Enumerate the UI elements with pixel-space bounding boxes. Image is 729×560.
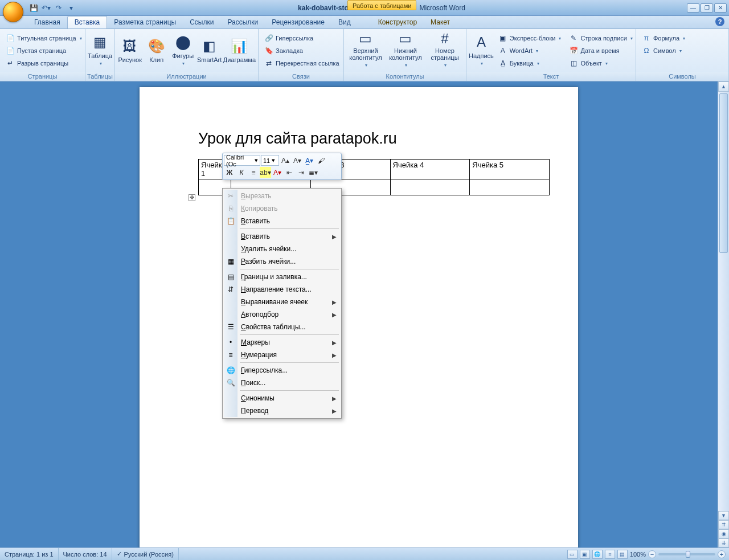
textbox-button[interactable]: AНадпись [469, 31, 494, 69]
context-menu-item[interactable]: Синонимы▶ [224, 392, 340, 404]
italic-icon[interactable]: К [236, 167, 247, 178]
close-button[interactable]: ✕ [714, 3, 727, 13]
status-lang[interactable]: ✓Русский (Россия) [112, 548, 179, 560]
dropcap-button[interactable]: A̲Буквица [496, 58, 564, 69]
office-orb-button[interactable] [3, 2, 24, 23]
status-words[interactable]: Число слов: 14 [59, 548, 112, 560]
table-button[interactable]: ▦Таблица [88, 31, 112, 69]
document-page[interactable]: Урок для сайта paratapok.ru ✥ Ячейка 1 Я… [140, 87, 578, 547]
align-center-icon[interactable]: ≡ [248, 167, 259, 178]
help-icon[interactable]: ? [715, 17, 724, 26]
zoom-level[interactable]: 100% [630, 551, 646, 558]
symbol-button[interactable]: ΩСимвол [640, 45, 687, 56]
decrease-indent-icon[interactable]: ⇤ [284, 167, 295, 178]
datetime-button[interactable]: 📅Дата и время [567, 45, 634, 56]
highlight-icon[interactable]: ab▾ [260, 167, 271, 178]
scroll-down-button[interactable]: ▼ [718, 511, 729, 520]
context-menu-item[interactable]: 🔍Поиск... [224, 377, 340, 389]
format-painter-icon[interactable]: 🖌 [316, 155, 327, 166]
context-menu-item[interactable]: ☰Свойства таблицы... [224, 321, 340, 333]
context-menu-item[interactable]: Перевод▶ [224, 404, 340, 417]
tab-review[interactable]: Рецензирование [265, 17, 331, 28]
fullscreen-view[interactable]: ▣ [580, 550, 590, 559]
font-color-icon[interactable]: A▾ [272, 167, 283, 178]
context-menu-item: ✂Вырезать [224, 190, 340, 202]
wordart-button[interactable]: AWordArt [496, 45, 564, 56]
qat-more-icon[interactable]: ▾ [66, 3, 76, 13]
redo-icon[interactable]: ↷ [54, 3, 64, 13]
zoom-thumb[interactable] [686, 551, 690, 558]
styles-icon[interactable]: A̲▾ [304, 155, 315, 166]
signature-button[interactable]: ✎Строка подписи [567, 32, 634, 44]
zoom-slider[interactable] [658, 553, 715, 555]
vertical-scrollbar[interactable]: ▲ ▼ ⇈ ◉ ⇊ [718, 81, 729, 547]
shapes-button[interactable]: ⬤Фигуры [170, 31, 195, 69]
context-menu-item[interactable]: Автоподбор▶ [224, 308, 340, 321]
header-button[interactable]: ▭Верхний колонтитул [346, 31, 385, 69]
maximize-button[interactable]: ❐ [701, 3, 713, 13]
font-size-combo[interactable]: 11 ▾ [261, 155, 279, 166]
tab-page-layout[interactable]: Разметка страницы [107, 17, 183, 28]
print-layout-view[interactable]: ▭ [567, 550, 578, 559]
page-title: Урок для сайта paratapok.ru [198, 130, 519, 148]
table-cell[interactable]: Ячейка 4 [390, 160, 470, 179]
crossref-button[interactable]: ⇄Перекрестная ссылка [262, 58, 342, 69]
bold-icon[interactable]: Ж [224, 167, 235, 178]
status-page[interactable]: Страница: 1 из 1 [0, 548, 59, 560]
next-page-button[interactable]: ⇊ [718, 538, 729, 547]
bookmark-button[interactable]: 🔖Закладка [262, 45, 342, 56]
hyperlink-button[interactable]: 🔗Гиперссылка [262, 32, 342, 44]
clipart-button[interactable]: 🎨Клип [144, 31, 169, 69]
context-menu-item[interactable]: 🌐Гиперссылка... [224, 364, 340, 377]
tab-home[interactable]: Главная [27, 17, 67, 28]
picture-icon: 🖼 [121, 37, 139, 55]
context-menu-item[interactable]: 📋Вставить [224, 215, 340, 227]
grow-font-icon[interactable]: A▴ [280, 155, 291, 166]
minimize-button[interactable]: — [687, 3, 699, 13]
cover-page-button[interactable]: 📄Титульная страница [3, 32, 84, 44]
draft-view[interactable]: ▤ [617, 550, 628, 559]
web-view[interactable]: 🌐 [592, 550, 603, 559]
context-menu-item[interactable]: ⇵Направление текста... [224, 283, 340, 296]
wordart-icon: A [498, 46, 507, 55]
context-menu-item[interactable]: ▤Границы и заливка... [224, 271, 340, 283]
tab-references[interactable]: Ссылки [183, 17, 220, 28]
context-menu-item[interactable]: ≡Нумерация▶ [224, 349, 340, 361]
context-menu-item[interactable]: Вставить▶ [224, 230, 340, 243]
font-family-combo[interactable]: Calibri (Ос▾ [224, 155, 260, 166]
tab-view[interactable]: Вид [331, 17, 358, 28]
footer-button[interactable]: ▭Нижний колонтитул [386, 31, 425, 69]
quickparts-button[interactable]: ▣Экспресс-блоки [496, 32, 564, 44]
browse-object-button[interactable]: ◉ [718, 529, 729, 538]
chart-button[interactable]: 📊Диаграмма [223, 31, 256, 69]
bullets-icon[interactable]: ≣▾ [308, 167, 319, 178]
dropcap-icon: A̲ [498, 59, 507, 68]
zoom-in-button[interactable]: + [718, 550, 726, 558]
shrink-font-icon[interactable]: A▾ [292, 155, 303, 166]
context-menu-item[interactable]: •Маркеры▶ [224, 336, 340, 349]
tab-table-design[interactable]: Конструктор [371, 17, 424, 28]
context-menu-item[interactable]: Выравнивание ячеек▶ [224, 296, 340, 308]
context-menu-item[interactable]: ▦Разбить ячейки... [224, 255, 340, 268]
tab-table-layout[interactable]: Макет [424, 17, 457, 28]
table-cell[interactable]: Ячейка 5 [470, 160, 550, 179]
prev-page-button[interactable]: ⇈ [718, 520, 729, 529]
smartart-button[interactable]: ◧SmartArt [196, 31, 222, 69]
zoom-out-button[interactable]: − [648, 550, 656, 558]
picture-button[interactable]: 🖼Рисунок [117, 31, 142, 69]
object-button[interactable]: ◫Объект [567, 58, 634, 69]
tab-insert[interactable]: Вставка [67, 16, 108, 28]
page-number-button[interactable]: #Номер страницы [426, 31, 464, 69]
table-move-handle[interactable]: ✥ [189, 194, 195, 201]
equation-button[interactable]: πФормула [640, 32, 687, 44]
scroll-up-button[interactable]: ▲ [718, 81, 729, 92]
tab-mailings[interactable]: Рассылки [220, 17, 265, 28]
undo-icon[interactable]: ↶▾ [41, 3, 51, 13]
context-menu-item[interactable]: Удалить ячейки... [224, 243, 340, 255]
blank-page-button[interactable]: 📄Пустая страница [3, 45, 84, 56]
save-icon[interactable]: 💾 [28, 3, 39, 13]
scroll-thumb[interactable] [719, 93, 728, 253]
outline-view[interactable]: ≡ [605, 550, 615, 559]
page-break-button[interactable]: ↵Разрыв страницы [3, 58, 84, 69]
increase-indent-icon[interactable]: ⇥ [296, 167, 307, 178]
